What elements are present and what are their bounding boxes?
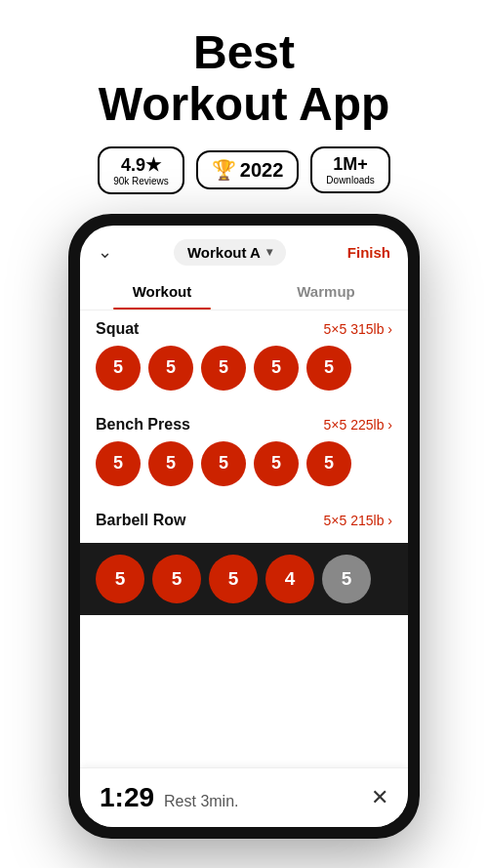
phone-mockup: ⌄ Workout A ▾ Finish Workout Warmup (68, 214, 420, 839)
exercise-name-bench: Bench Press (96, 416, 190, 434)
timer-bar: 1:29 Rest 3min. ✕ (80, 767, 408, 827)
timer-close-button[interactable]: ✕ (371, 785, 388, 810)
downloads-sub: Downloads (326, 175, 374, 186)
tab-workout[interactable]: Workout (80, 273, 244, 310)
squat-set-3[interactable]: 5 (201, 346, 246, 391)
rest-label: Rest 3min. (164, 793, 238, 810)
workout-selector[interactable]: Workout A ▾ (174, 239, 286, 266)
squat-sets-row: 5 5 5 5 5 (96, 346, 392, 391)
exercise-barbellrow: Barbell Row 5×5 215lb › (80, 502, 408, 543)
app-header: Best Workout App (79, 0, 410, 146)
exercise-benchpress: Bench Press 5×5 225lb › 5 5 5 5 5 (80, 406, 408, 502)
finish-button[interactable]: Finish (347, 244, 390, 261)
app-title: Best Workout App (99, 27, 390, 131)
rest-timer: 1:29 (100, 782, 154, 813)
exercise-sets-bench[interactable]: 5×5 225lb › (324, 417, 392, 433)
row-set-5[interactable]: 5 (322, 555, 371, 603)
bench-set-1[interactable]: 5 (96, 441, 141, 486)
rating-badge: 4.9★ 90k Reviews (98, 146, 184, 194)
badges-row: 4.9★ 90k Reviews 🏆 2022 1M+ Downloads (98, 146, 390, 194)
exercise-sets-squat[interactable]: 5×5 315lb › (324, 321, 392, 337)
bench-sets-row: 5 5 5 5 5 (96, 441, 392, 486)
row-set-4[interactable]: 4 (265, 555, 314, 603)
screen-tabs: Workout Warmup (80, 273, 408, 310)
exercise-name-squat: Squat (96, 320, 139, 338)
workout-name: Workout A (187, 244, 261, 261)
dropdown-arrow-icon: ▾ (266, 245, 272, 259)
exercise-sets-row[interactable]: 5×5 215lb › (324, 513, 392, 528)
squat-set-4[interactable]: 5 (254, 346, 299, 391)
squat-set-5[interactable]: 5 (306, 346, 351, 391)
award-badge: 🏆 2022 (196, 150, 300, 189)
phone-screen: ⌄ Workout A ▾ Finish Workout Warmup (80, 226, 408, 827)
downloads-value: 1M+ (333, 154, 368, 175)
exercise-squat: Squat 5×5 315lb › 5 5 5 5 5 (80, 310, 408, 406)
row-set-1[interactable]: 5 (96, 555, 144, 603)
downloads-badge: 1M+ Downloads (310, 146, 389, 193)
bottom-sets-bar: 5 5 5 4 5 (80, 543, 408, 615)
award-year: 2022 (240, 159, 284, 182)
tab-warmup[interactable]: Warmup (244, 273, 408, 310)
exercise-name-row: Barbell Row (96, 512, 185, 529)
row-set-3[interactable]: 5 (209, 555, 258, 603)
phone-frame: ⌄ Workout A ▾ Finish Workout Warmup (68, 214, 420, 839)
trophy-icon: 🏆 (212, 158, 236, 182)
squat-set-1[interactable]: 5 (96, 346, 141, 391)
rating-sub: 90k Reviews (113, 176, 169, 186)
screen-topbar: ⌄ Workout A ▾ Finish (80, 226, 408, 273)
bench-set-2[interactable]: 5 (148, 441, 193, 486)
chevron-down-icon[interactable]: ⌄ (98, 241, 112, 263)
bench-set-3[interactable]: 5 (201, 441, 246, 486)
bench-set-4[interactable]: 5 (254, 441, 299, 486)
row-set-2[interactable]: 5 (152, 555, 201, 603)
bench-set-5[interactable]: 5 (306, 441, 351, 486)
screen-content: Squat 5×5 315lb › 5 5 5 5 5 Bench Press (80, 310, 408, 827)
squat-set-2[interactable]: 5 (148, 346, 193, 391)
rating-value: 4.9★ (121, 154, 161, 176)
